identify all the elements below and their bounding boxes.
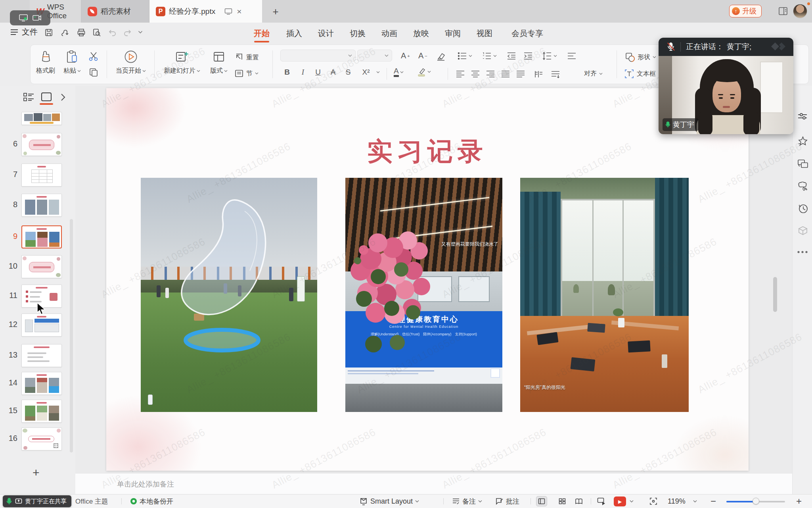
highlight-color-button[interactable] xyxy=(417,67,431,77)
slide-layout-button[interactable]: 版式 xyxy=(207,48,230,82)
print-icon[interactable] xyxy=(77,28,86,37)
zoom-chevron-icon[interactable] xyxy=(693,495,697,508)
history-clock-icon[interactable] xyxy=(797,203,808,214)
paste-button[interactable]: 粘贴 xyxy=(61,48,84,82)
outline-view-icon[interactable] xyxy=(23,92,35,102)
play-options-chevron-icon[interactable] xyxy=(630,495,634,508)
ribbon-tab-design[interactable]: 设计 xyxy=(318,27,334,40)
file-menu-button[interactable]: 文件 xyxy=(10,27,38,37)
effects-star-icon[interactable] xyxy=(797,136,808,147)
increase-font-button[interactable]: A+ xyxy=(401,51,410,60)
font-size-select[interactable] xyxy=(357,50,392,62)
increase-indent-button[interactable] xyxy=(523,51,533,61)
strikethrough-button[interactable]: A xyxy=(327,68,339,77)
textbox-button[interactable]: 文本框 xyxy=(624,69,656,79)
ribbon-tab-review[interactable]: 审阅 xyxy=(445,27,461,40)
thumbnail-slide-6[interactable]: 6 xyxy=(0,133,75,156)
zoom-level[interactable]: 119% xyxy=(668,495,686,508)
cast-screen-icon[interactable] xyxy=(224,8,232,15)
smart-layout-button[interactable]: Smart Layout xyxy=(359,495,419,508)
zoom-slider-thumb[interactable] xyxy=(753,498,759,504)
ribbon-tab-view[interactable]: 视图 xyxy=(477,27,492,40)
numbered-list-button[interactable] xyxy=(482,51,497,61)
tab-current-document[interactable]: P 经验分享.pptx × xyxy=(149,0,262,23)
add-slide-button[interactable]: + xyxy=(33,466,40,479)
reading-view-button[interactable] xyxy=(573,496,584,506)
slide-sorter-view-button[interactable] xyxy=(557,496,568,506)
align-center-button[interactable] xyxy=(471,70,480,78)
undo-icon[interactable] xyxy=(108,28,117,37)
switch-screens-icon[interactable] xyxy=(797,159,808,169)
new-slide-button[interactable]: 新建幻灯片 xyxy=(161,48,203,82)
text-direction-button[interactable] xyxy=(567,51,577,61)
line-spacing-button[interactable] xyxy=(542,51,557,61)
play-from-start-button[interactable] xyxy=(597,495,606,508)
redo-icon[interactable] xyxy=(123,28,132,37)
align-objects-button[interactable]: 对齐 xyxy=(584,69,603,78)
slide-photo-field-bubble[interactable] xyxy=(141,178,317,412)
thumbnail-slide-10[interactable]: 10 xyxy=(0,255,75,278)
slide-title[interactable]: 实习记录 xyxy=(106,134,749,169)
decrease-font-button[interactable]: A− xyxy=(418,51,427,60)
local-backup-status[interactable]: 本地备份开 xyxy=(130,495,173,508)
screen-share-capsule[interactable] xyxy=(10,10,50,25)
normal-view-button[interactable] xyxy=(536,496,547,506)
split-pane-icon[interactable] xyxy=(778,6,788,16)
align-right-button[interactable] xyxy=(486,70,495,78)
underline-button[interactable]: U xyxy=(312,68,324,77)
slide-photo-sunroom-office[interactable]: “阳光房”真的很阳光 xyxy=(520,178,689,412)
italic-button[interactable]: I xyxy=(297,68,309,77)
font-name-select[interactable] xyxy=(280,50,356,62)
save-icon[interactable] xyxy=(44,28,53,37)
format-painter-button[interactable]: 格式刷 xyxy=(33,48,58,82)
ribbon-tab-insert[interactable]: 插入 xyxy=(286,27,302,40)
slide-view-icon[interactable] xyxy=(40,92,52,102)
new-tab-button[interactable]: + xyxy=(269,5,282,18)
justify-button[interactable] xyxy=(501,70,510,78)
more-tools-dots-icon[interactable] xyxy=(797,250,808,254)
notes-button[interactable]: 备注 xyxy=(452,495,482,508)
slide-canvas[interactable]: 实习记录 xyxy=(106,88,749,471)
tab-docer-templates[interactable]: 稻壳素材 xyxy=(81,0,149,23)
find-icon[interactable] xyxy=(92,28,101,37)
slideshow-play-button[interactable]: ▶ xyxy=(614,496,626,506)
distribute-button[interactable] xyxy=(516,70,525,78)
clear-format-button[interactable] xyxy=(436,51,446,62)
superscript-chevron-icon[interactable] xyxy=(376,71,380,73)
docer-resources-icon[interactable] xyxy=(797,181,808,192)
thumbnail-slide-5-partial[interactable] xyxy=(0,112,75,125)
collapse-panel-chevron-icon[interactable] xyxy=(60,93,66,102)
close-tab-icon[interactable]: × xyxy=(237,7,241,16)
export-pdf-icon[interactable] xyxy=(61,28,69,37)
copy-button[interactable] xyxy=(88,67,99,77)
zoom-in-button[interactable]: + xyxy=(796,495,802,508)
fit-slide-button[interactable] xyxy=(649,495,657,508)
properties-sliders-icon[interactable] xyxy=(797,111,808,121)
shapes-button[interactable]: 形状 xyxy=(625,52,656,62)
thumbnail-slide-7[interactable]: 7 xyxy=(0,164,75,187)
bold-button[interactable]: B xyxy=(281,68,293,77)
align-left-button[interactable] xyxy=(456,70,465,78)
ribbon-tab-transition[interactable]: 切换 xyxy=(350,27,366,40)
video-call-overlay[interactable]: 正在讲话： 黄丁宇; 黄丁宇 xyxy=(659,38,793,134)
resource-box-icon[interactable] xyxy=(797,225,808,237)
th umbnail-slide-12[interactable]: 12 xyxy=(0,314,75,337)
play-from-current-button[interactable]: 当页开始 xyxy=(113,48,149,82)
ribbon-tab-home[interactable]: 开始 xyxy=(254,27,270,40)
slide-photo-health-center[interactable]: 心理健康教育中心 Centre for Mental Health Educat… xyxy=(345,178,502,412)
paragraph-spacing-button[interactable] xyxy=(551,70,560,78)
decrease-indent-button[interactable] xyxy=(506,51,517,61)
cut-button[interactable] xyxy=(88,51,99,62)
thumbnail-slide-13[interactable]: 13 xyxy=(0,344,75,367)
thumbnail-slide-14[interactable]: 14 xyxy=(0,372,75,395)
notes-pane[interactable]: 单击此处添加备注 xyxy=(75,473,792,494)
ribbon-tab-slideshow[interactable]: 放映 xyxy=(413,27,429,40)
bullet-list-button[interactable] xyxy=(457,51,472,61)
shadow-button[interactable]: S xyxy=(342,68,354,77)
thumbnail-slide-9-selected[interactable]: 9 xyxy=(0,225,75,248)
comments-button[interactable]: 批注 xyxy=(496,495,519,508)
quick-toolbar-chevron-icon[interactable] xyxy=(138,31,143,34)
font-color-button[interactable]: A xyxy=(394,67,404,77)
superscript-button[interactable]: X² xyxy=(357,68,375,77)
upgrade-button[interactable]: ↑ 升级 xyxy=(729,5,762,17)
